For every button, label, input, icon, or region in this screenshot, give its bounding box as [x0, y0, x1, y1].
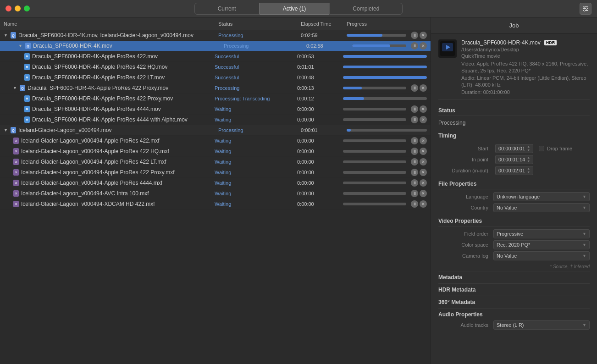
pause-button[interactable]: ⏸ [411, 84, 418, 92]
hdr-metadata-title[interactable]: HDR Metadata [438, 287, 590, 293]
cancel-button[interactable]: ✕ [420, 158, 427, 165]
row-actions: ⏸ ✕ [411, 190, 427, 197]
row-name: ▼ Q Iceland-Glacier-Lagoon_v000494.mov [4, 127, 218, 133]
cancel-button[interactable]: ✕ [420, 84, 427, 92]
color-space-value[interactable]: Rec. 2020 PQ* ▼ [493, 240, 590, 249]
camera-log-value[interactable]: No Value ▼ [493, 251, 590, 260]
table-row[interactable]: X Iceland-Glacier-Lagoon_v000494-Apple P… [0, 178, 431, 188]
row-progress [343, 66, 427, 68]
cancel-button[interactable]: ✕ [420, 190, 427, 197]
cancel-button[interactable]: ✕ [420, 105, 427, 113]
audio-tracks-value[interactable]: Stereo (L R) ▼ [493, 320, 590, 330]
row-progress: ⏸ ✕ [343, 190, 427, 197]
metadata-section[interactable]: Metadata [438, 271, 590, 283]
pause-button[interactable]: ⏸ [411, 179, 418, 187]
timing-inpoint-row: In point: 00:00:01:14 ▲ ▼ [438, 155, 590, 164]
settings-icon[interactable] [580, 3, 591, 15]
table-row[interactable]: X Iceland-Glacier-Lagoon_v000494-Apple P… [0, 146, 431, 157]
detail-header: Job [431, 17, 597, 34]
row-name: M Dracula_SPF6000-HDR-4K-Apple ProRes 42… [24, 64, 215, 70]
language-value[interactable]: Unknown language ▼ [493, 192, 590, 201]
metadata-title[interactable]: Metadata [438, 274, 590, 281]
row-name: M Dracula_SPF6000-HDR-4K-Apple ProRes 44… [24, 106, 215, 112]
row-status: Waiting [215, 106, 297, 112]
file-properties-section: File Properties Language: Unknown langua… [438, 177, 590, 214]
audio-properties-title[interactable]: Audio Properties [438, 311, 590, 318]
cancel-button[interactable]: ✕ [420, 169, 427, 176]
table-row[interactable]: X Iceland-Glacier-Lagoon_v000494-XDCAM H… [0, 199, 431, 210]
table-row[interactable]: X Iceland-Glacier-Lagoon_v000494-AVC Int… [0, 188, 431, 199]
pause-button[interactable]: ⏸ [411, 105, 418, 113]
360-metadata-section[interactable]: 360° Metadata [438, 296, 590, 308]
field-order-value[interactable]: Progressive ▼ [493, 229, 590, 238]
mov-icon: M [24, 106, 30, 112]
table-row[interactable]: X Iceland-Glacier-Lagoon_v000494-Apple P… [0, 167, 431, 178]
pause-button[interactable]: ⏸ [411, 137, 418, 144]
cancel-button[interactable]: ✕ [420, 32, 427, 39]
table-row[interactable]: M Dracula_SPF6000-HDR-4K-Apple ProRes 44… [0, 115, 431, 125]
maximize-button[interactable] [24, 6, 30, 11]
table-row[interactable]: M Dracula_SPF6000-HDR-4K-Apple ProRes 42… [0, 94, 431, 104]
pause-button[interactable]: ⏸ [411, 200, 418, 208]
file-path: /Users/dannyrico/Desktop [461, 47, 590, 52]
cancel-button[interactable]: ✕ [420, 148, 427, 155]
col-header-elapsed: Elapsed Time [301, 21, 347, 27]
row-elapsed: 0:00:00 [297, 149, 343, 154]
row-name: X Iceland-Glacier-Lagoon_v000494-Apple P… [13, 180, 215, 186]
row-progress: ⏸ ✕ [343, 169, 427, 176]
country-value[interactable]: No Value ▼ [493, 203, 590, 212]
timing-inpoint-value[interactable]: 00:00:01:14 ▲ ▼ [495, 155, 533, 164]
pause-button[interactable]: ⏸ [411, 190, 418, 197]
table-row[interactable]: ▼ Q Dracula_SPF6000-HDR-4K.mov Processin… [0, 41, 431, 51]
360-metadata-title[interactable]: 360° Metadata [438, 299, 590, 305]
job-detail-panel: Job Dracula_SPF6000-HDR-4K.mov HDR [431, 17, 597, 364]
table-row[interactable]: ▼ Q Iceland-Glacier-Lagoon_v000494.mov P… [0, 125, 431, 136]
timing-arrows-3: ▲ ▼ [527, 167, 530, 174]
row-progress [343, 97, 427, 100]
table-row[interactable]: M Dracula_SPF6000-HDR-4K-Apple ProRes 42… [0, 72, 431, 83]
cancel-button[interactable]: ✕ [420, 42, 427, 50]
table-row[interactable]: ▼ Q Dracula_SPF6000-HDR-4K.mov, Iceland-… [0, 30, 431, 41]
pause-button[interactable]: ⏸ [411, 148, 418, 155]
audio-properties-section[interactable]: Audio Properties Audio tracks: Stereo (L… [438, 308, 590, 334]
pause-button[interactable]: ⏸ [411, 32, 418, 39]
tab-active[interactable]: Active (1) [260, 3, 330, 15]
cancel-button[interactable]: ✕ [420, 116, 427, 123]
detail-title: Job [438, 22, 590, 29]
row-actions: ⏸ ✕ [411, 42, 427, 50]
field-order-row: Field order: Progressive ▼ [438, 229, 590, 238]
mov-icon: M [24, 95, 30, 102]
doc-icon: Q [10, 127, 17, 133]
drop-frame-checkbox[interactable] [539, 146, 544, 151]
table-row[interactable]: X Iceland-Glacier-Lagoon_v000494-Apple P… [0, 136, 431, 146]
pause-button[interactable]: ⏸ [411, 42, 418, 50]
table-row[interactable]: M Dracula_SPF6000-HDR-4K-Apple ProRes 42… [0, 62, 431, 72]
cancel-button[interactable]: ✕ [420, 179, 427, 187]
status-section-title: Status [438, 104, 590, 116]
file-thumbnail [438, 39, 457, 58]
timing-duration-value[interactable]: 00:00:02:01 ▲ ▼ [495, 166, 533, 175]
cancel-button[interactable]: ✕ [420, 137, 427, 144]
hdr-metadata-section[interactable]: HDR Metadata [438, 283, 590, 296]
pause-button[interactable]: ⏸ [411, 116, 418, 123]
tab-group: Current Active (1) Completed [194, 3, 403, 15]
tab-completed[interactable]: Completed [329, 3, 403, 15]
table-row[interactable]: ▼ Q Dracula_SPF6000-HDR-4K-Apple ProRes … [0, 83, 431, 94]
pause-button[interactable]: ⏸ [411, 169, 418, 176]
mxf-icon: X [13, 159, 19, 165]
cancel-button[interactable]: ✕ [420, 200, 427, 208]
table-row[interactable]: M Dracula_SPF6000-HDR-4K-Apple ProRes 42… [0, 51, 431, 62]
progress-bar-container [347, 129, 427, 132]
progress-bar-container [343, 108, 406, 110]
detail-content: Dracula_SPF6000-HDR-4K.mov HDR /Users/da… [431, 34, 597, 340]
close-button[interactable] [6, 6, 11, 11]
minimize-button[interactable] [15, 6, 21, 11]
table-row[interactable]: X Iceland-Glacier-Lagoon_v000494-Apple P… [0, 157, 431, 167]
pause-button[interactable]: ⏸ [411, 158, 418, 165]
hdr-badge: HDR [544, 40, 557, 45]
job-list-panel: Name Status Elapsed Time Progress ▼ Q Dr… [0, 17, 431, 364]
table-row[interactable]: M Dracula_SPF6000-HDR-4K-Apple ProRes 44… [0, 104, 431, 115]
timing-start-value[interactable]: 00:00:00:01 ▲ ▼ [495, 144, 533, 153]
tab-current[interactable]: Current [194, 3, 260, 15]
timing-duration-row: Duration (in-out): 00:00:02:01 ▲ ▼ [438, 166, 590, 175]
